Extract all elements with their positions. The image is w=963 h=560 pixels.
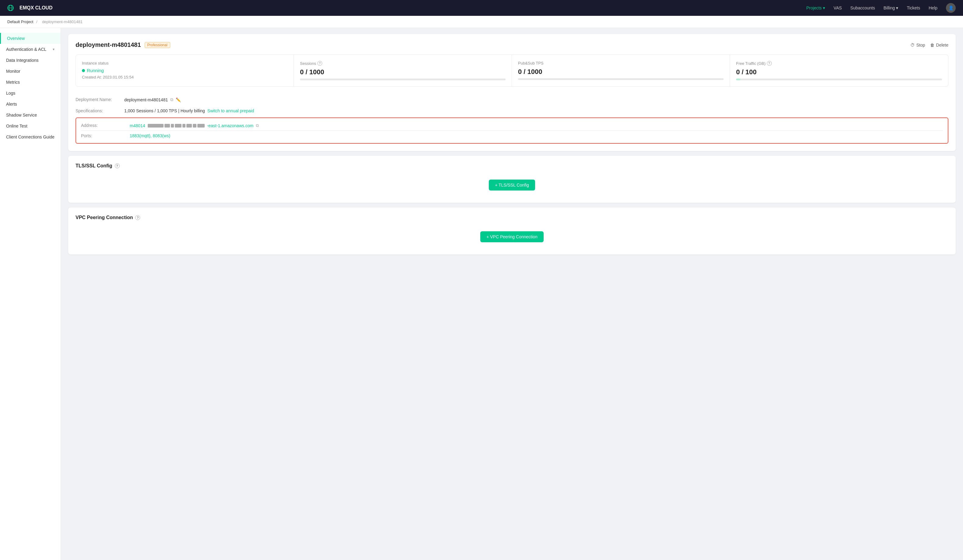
breadcrumb-separator: / [36,19,38,24]
sidebar: Overview Authentication & ACL ▾ Data Int… [0,28,61,560]
sidebar-item-shadow-service[interactable]: Shadow Service [0,110,61,121]
nav-projects[interactable]: Projects ▾ [806,5,825,10]
stats-row: Instance status Running Created At: 2023… [76,55,948,87]
chevron-down-icon: ▾ [896,5,898,10]
chevron-right-icon: ▾ [53,47,55,52]
copy-deployment-name-icon[interactable]: ⧉ [170,97,173,102]
redact-7 [193,124,196,128]
status-dot [82,69,85,72]
address-value: m48014 -east-1.amazonaws.com ⧉ [130,123,259,128]
sidebar-item-metrics[interactable]: Metrics [0,77,61,87]
trash-icon: 🗑 [930,43,934,47]
sidebar-item-alerts[interactable]: Alerts [0,99,61,110]
vpc-peering-button[interactable]: + VPC Peering Connection [480,231,544,242]
redact-3 [171,124,174,128]
sidebar-item-monitor[interactable]: Monitor [0,66,61,77]
created-at: Created At: 2023.01.05 15:54 [82,75,287,79]
address-suffix: -east-1.amazonaws.com [207,123,254,128]
nav-links: Projects ▾ VAS Subaccounts Billing ▾ Tic… [806,3,956,13]
deployment-name-row: Deployment Name: deployment-m4801481 ⧉ ✏… [76,94,948,105]
sessions-help-icon[interactable]: ? [317,61,322,66]
breadcrumb-default-project[interactable]: Default Project [7,19,33,24]
delete-button[interactable]: 🗑 Delete [930,43,948,47]
stat-sessions: Sessions ? 0 / 1000 [294,55,512,86]
address-divider [81,131,943,131]
specifications-row: Specifications: 1,000 Sessions / 1,000 T… [76,105,948,116]
nav-tickets[interactable]: Tickets [907,5,920,10]
instance-status-label: Instance status [82,61,287,65]
vpc-peering-title: VPC Peering Connection ? [76,215,948,220]
top-navigation: EMQX CLOUD Projects ▾ VAS Subaccounts Bi… [0,0,963,16]
address-box: Address: m48014 -ea [76,118,948,144]
card-header: deployment-m4801481 Professional ⏱ Stop … [76,41,948,49]
switch-prepaid-link[interactable]: Switch to annual prepaid [208,108,254,113]
ports-label: Ports: [81,133,130,138]
address-prefix: m48014 [130,123,145,128]
redact-8 [197,124,205,128]
redact-2 [164,124,170,128]
specifications-label: Specifications: [76,108,124,113]
sidebar-item-client-guide[interactable]: Client Connections Guide [0,131,61,142]
pubsub-value: 0 / 1000 [518,68,724,76]
vpc-peering-help-icon[interactable]: ? [135,215,140,220]
redact-5 [182,124,185,128]
tls-ssl-button-container: + TLS/SSL Config [76,175,948,196]
address-label: Address: [81,123,130,128]
tls-ssl-button[interactable]: + TLS/SSL Config [489,180,535,191]
chevron-down-icon: ▾ [823,5,825,10]
overview-card: deployment-m4801481 Professional ⏱ Stop … [68,34,956,151]
logo-icon [7,5,17,11]
sessions-bar [300,79,506,80]
sidebar-item-auth[interactable]: Authentication & ACL ▾ [0,44,61,55]
tls-ssl-title: TLS/SSL Config ? [76,163,948,168]
nav-help[interactable]: Help [929,5,937,10]
ports-row: Ports: 1883(mqtt), 8083(ws) [81,132,943,139]
tls-ssl-help-icon[interactable]: ? [115,163,120,168]
nav-subaccounts[interactable]: Subaccounts [850,5,875,10]
stat-pubsub-tps: Pub&Sub TPS 0 / 1000 [512,55,730,86]
redact-1 [148,124,164,128]
logo-text: EMQX CLOUD [19,5,52,11]
sidebar-item-overview[interactable]: Overview [0,33,61,44]
sidebar-item-data-integrations[interactable]: Data Integrations [0,55,61,66]
deployment-title: deployment-m4801481 [76,41,141,49]
breadcrumb: Default Project / deployment-m4801481 [0,16,963,28]
breadcrumb-deployment: deployment-m4801481 [42,19,83,24]
ports-value: 1883(mqtt), 8083(ws) [130,133,170,138]
copy-address-icon[interactable]: ⧉ [256,123,259,128]
main-content: deployment-m4801481 Professional ⏱ Stop … [61,28,963,560]
traffic-label: Free Traffic (GB) ? [736,61,942,66]
card-title-row: deployment-m4801481 Professional [76,41,170,49]
edit-deployment-name-icon[interactable]: ✏️ [176,97,181,102]
main-layout: Overview Authentication & ACL ▾ Data Int… [0,28,963,560]
logo[interactable]: EMQX CLOUD [7,5,52,11]
stat-instance-status: Instance status Running Created At: 2023… [76,55,294,86]
pubsub-label: Pub&Sub TPS [518,61,724,65]
sessions-label: Sessions ? [300,61,506,66]
redact-4 [175,124,182,128]
redact-6 [186,124,192,128]
nav-vas[interactable]: VAS [833,5,842,10]
traffic-bar [736,79,942,80]
traffic-help-icon[interactable]: ? [767,61,772,66]
tls-ssl-card: TLS/SSL Config ? + TLS/SSL Config [68,156,956,203]
address-row: Address: m48014 -ea [81,122,943,129]
pubsub-bar [518,78,724,80]
specifications-value: 1,000 Sessions / 1,000 TPS | Hourly bill… [124,108,254,113]
address-redacted [148,124,205,128]
sidebar-item-online-test[interactable]: Online Test [0,121,61,131]
sidebar-item-logs[interactable]: Logs [0,87,61,99]
stop-button[interactable]: ⏱ Stop [910,43,925,47]
nav-billing[interactable]: Billing ▾ [884,5,898,10]
traffic-value: 0 / 100 [736,68,942,76]
vpc-peering-button-container: + VPC Peering Connection [76,227,948,247]
running-status: Running [82,68,287,73]
stop-icon: ⏱ [910,43,914,47]
avatar[interactable]: 👤 [946,3,956,13]
card-actions: ⏱ Stop 🗑 Delete [910,43,948,47]
deployment-name-label: Deployment Name: [76,97,124,102]
sessions-value: 0 / 1000 [300,68,506,76]
vpc-peering-card: VPC Peering Connection ? + VPC Peering C… [68,207,956,254]
deployment-name-value: deployment-m4801481 ⧉ ✏️ [124,97,181,102]
traffic-bar-fill [736,79,740,80]
